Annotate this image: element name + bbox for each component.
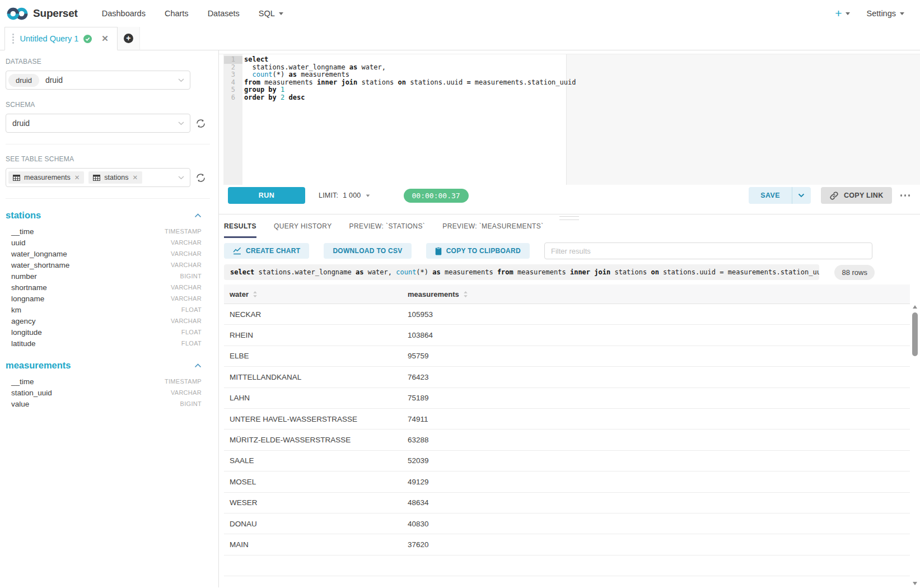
chevron-up-icon [194,213,202,218]
line-number: 2 [224,64,242,72]
limit-dropdown[interactable]: LIMIT: 1 000 [319,192,370,199]
column-type: VARCHAR [171,250,202,257]
tab-label: Untitled Query 1 [20,34,79,43]
database-select[interactable]: druid druid [6,71,190,90]
pane-resize-handle[interactable] [559,216,579,220]
table-row: WESER48634 [224,493,910,514]
tab-query-history[interactable]: QUERY HISTORY [274,214,332,238]
clipboard-icon [435,247,442,255]
save-button[interactable]: SAVE [749,187,792,204]
cell-water: MAIN [224,540,402,549]
table-icon [13,175,20,181]
limit-value: 1 000 [343,192,361,199]
divider [6,198,210,199]
column-header-measurements[interactable]: measurements [402,290,468,298]
table-row: MAIN37620 [224,534,910,555]
chevron-down-icon [178,78,184,82]
editor-toolbar: RUN LIMIT: 1 000 00:00:00.37 SAVE [219,185,920,206]
check-circle-icon [83,35,92,43]
table-section-stations: stations__timeTIMESTAMPuuidVARCHARwater_… [6,210,213,349]
column-type: VARCHAR [171,318,202,324]
remove-tag-icon[interactable]: ✕ [132,174,138,181]
cell-water: DONAU [224,520,402,528]
download-to-csv-button[interactable]: DOWNLOAD TO CSV [324,243,411,259]
scroll-down-icon[interactable] [913,582,917,585]
nav-item-dashboards[interactable]: Dashboards [92,4,155,22]
copy-link-button[interactable]: COPY LINK [821,187,892,204]
cell-measurements: 76423 [402,373,429,381]
column-row: kmFLOAT [6,304,213,315]
filter-results-input[interactable] [544,242,872,259]
new-menu[interactable]: + [835,7,849,20]
nav-item-label: Dashboards [102,9,146,18]
column-row: longitudeFLOAT [6,326,213,338]
column-name: __time [11,227,34,236]
cell-water: UNTERE HAVEL-WASSERSTRASSE [224,415,402,423]
cell-water: LAHN [224,394,402,402]
column-row: uuidVARCHAR [6,237,213,248]
table-tag-measurements[interactable]: measurements✕ [8,171,84,184]
column-name: __time [11,377,34,386]
code-line: select [244,56,920,64]
run-button[interactable]: RUN [228,187,305,204]
table-name: stations [6,210,41,221]
column-row: longnameVARCHAR [6,293,213,304]
settings-label: Settings [867,9,896,18]
code-line: group by 1 [244,86,920,94]
brand-name: Superset [33,7,78,20]
caret-down-icon [846,12,850,15]
tab-untitled-query-1[interactable]: Untitled Query 1 ✕ [4,27,118,50]
tab-preview-measurements-[interactable]: PREVIEW: `MEASUREMENTS` [442,214,543,238]
schema-select[interactable]: druid [6,114,190,133]
line-number: 3 [224,71,242,79]
create-chart-button[interactable]: CREATE CHART [224,243,309,259]
add-tab-button[interactable]: + [118,27,140,50]
refresh-schemas-button[interactable] [195,118,206,129]
column-header-water[interactable]: water [224,290,402,298]
cell-water: ELBE [224,352,402,360]
table-section-header[interactable]: stations [6,210,213,221]
caret-down-icon [900,12,904,15]
code-line: count(*) as measurements [244,71,920,79]
nav-item-datasets[interactable]: Datasets [198,4,249,22]
column-row: water_shortnameVARCHAR [6,259,213,270]
cell-measurements: 105953 [402,310,433,319]
cell-measurements: 95759 [402,352,429,360]
table-schema-select[interactable]: measurements✕stations✕ [6,168,190,187]
scroll-up-icon[interactable] [913,305,917,309]
nav-item-label: Datasets [208,9,240,18]
remove-tag-icon[interactable]: ✕ [74,174,80,181]
superset-logo[interactable]: Superset [7,7,78,21]
save-menu-button[interactable] [792,187,811,204]
nav-right: + Settings [835,7,911,20]
table-icon [93,175,100,181]
schema-tables: stations__timeTIMESTAMPuuidVARCHARwater_… [6,210,213,409]
drag-handle-icon[interactable] [11,32,15,45]
column-type: VARCHAR [171,389,202,396]
nav-item-charts[interactable]: Charts [155,4,198,22]
table-tag-stations[interactable]: stations✕ [88,171,142,184]
column-list: __timeTIMESTAMPstation_uuidVARCHARvalueB… [6,376,213,409]
tag-label: measurements [24,174,71,181]
settings-menu[interactable]: Settings [867,9,904,18]
column-row: station_uuidVARCHAR [6,387,213,398]
schema-label: SCHEMA [6,101,213,109]
code-lines: select stations.water_longname as water,… [244,56,920,101]
main: DATABASE druid druid SCHEMA druid SEE TA [0,50,920,587]
sql-editor[interactable]: 123456 select stations.water_longname as… [223,54,920,185]
tab-preview-stations-[interactable]: PREVIEW: `STATIONS` [349,214,426,238]
tab-results[interactable]: RESULTS [224,214,256,238]
results-scrollbar[interactable] [912,305,918,585]
chevron-down-icon [178,176,184,180]
nav-item-sql[interactable]: SQL [249,4,293,22]
table-section-header[interactable]: measurements [6,360,213,371]
close-icon[interactable]: ✕ [101,34,109,44]
scrollbar-thumb[interactable] [912,312,918,356]
refresh-tables-button[interactable] [195,172,206,183]
code-area[interactable]: select stations.water_longname as water,… [242,54,920,185]
more-icon[interactable] [899,191,912,200]
column-row: agencyVARCHAR [6,315,213,326]
copy-to-clipboard-button[interactable]: COPY TO CLIPBOARD [426,243,530,259]
column-name: value [11,400,29,408]
column-row: __timeTIMESTAMP [6,226,213,237]
